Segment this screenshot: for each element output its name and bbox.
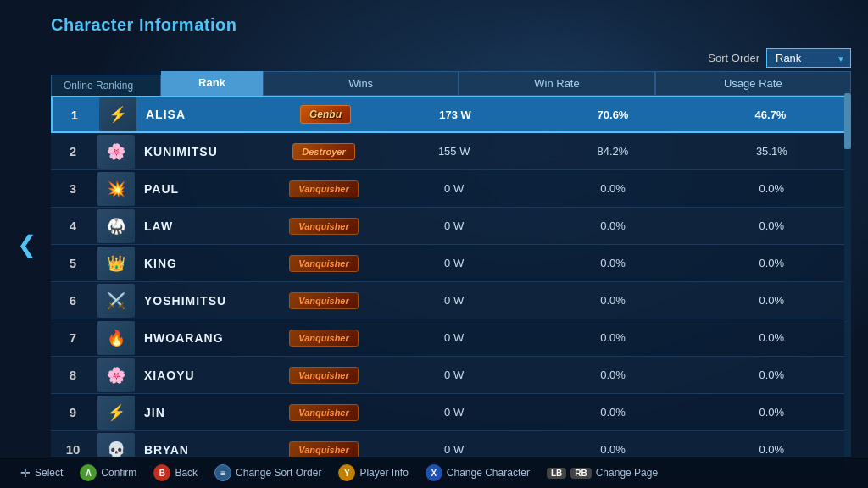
table-container: Online Ranking Rank Wins Win Rate Usage …: [51, 71, 851, 469]
win-rate-cell: 0.0%: [533, 369, 692, 381]
avatar-image: ⚡: [99, 97, 136, 131]
avatar-image: ⚔️: [97, 284, 135, 318]
rank-badge: Vanquisher: [289, 255, 359, 272]
y-button-icon: Y: [338, 464, 355, 481]
character-name: ALISA: [139, 108, 275, 121]
table-row[interactable]: 1 ⚡ ALISA Genbu 173 W 70.6% 46.7%: [51, 96, 851, 133]
rank-badge-cell: Destroyer: [273, 143, 375, 160]
win-rate-cell: 0.0%: [533, 406, 692, 419]
usage-rate-cell: 0.0%: [693, 182, 851, 195]
rank-badge-cell: Vanquisher: [273, 367, 375, 384]
table-row[interactable]: 5 👑 KING Vanquisher 0 W 0.0% 0.0%: [51, 245, 851, 282]
character-avatar: ⚔️: [95, 282, 137, 319]
wins-cell: 0 W: [375, 294, 533, 307]
character-name: KUNIMITSU: [137, 145, 273, 158]
character-name: LAW: [137, 219, 273, 233]
usage-rate-cell: 0.0%: [693, 369, 851, 381]
win-rate-cell: 0.0%: [533, 219, 692, 232]
table-row[interactable]: 4 🥋 LAW Vanquisher 0 W 0.0% 0.0%: [51, 208, 851, 245]
character-name: KING: [137, 257, 273, 270]
bottom-change-sort: ≡ Change Sort Order: [214, 464, 321, 481]
avatar-image: 🔥: [97, 321, 135, 355]
table-row[interactable]: 7 🔥 HWOARANG Vanquisher 0 W 0.0% 0.0%: [51, 319, 851, 357]
character-avatar: 💥: [95, 170, 137, 208]
table-row[interactable]: 2 🌸 KUNIMITSU Destroyer 155 W 84.2% 35.1…: [51, 133, 851, 170]
bottom-confirm: A Confirm: [80, 464, 136, 481]
win-rate-cell: 0.0%: [533, 294, 692, 307]
table-header: Online Ranking Rank Wins Win Rate Usage …: [51, 71, 851, 96]
row-number: 6: [51, 293, 95, 308]
wins-cell: 0 W: [375, 257, 533, 269]
wins-cell: 0 W: [375, 406, 533, 419]
character-avatar: 🔥: [95, 319, 137, 357]
wins-cell: 173 W: [376, 108, 534, 121]
change-sort-label: Change Sort Order: [236, 467, 321, 479]
lb-button-icon: LB: [547, 468, 566, 479]
a-button-icon: A: [80, 464, 97, 481]
wins-cell: 0 W: [375, 182, 533, 195]
row-number: 8: [51, 368, 95, 382]
usage-rate-cell: 0.0%: [693, 443, 851, 456]
character-name: JIN: [137, 406, 273, 419]
col-usagerate-header: Usage Rate: [655, 71, 851, 96]
confirm-label: Confirm: [101, 467, 136, 479]
x-button-icon: X: [426, 464, 442, 481]
rank-badge-cell: Vanquisher: [273, 441, 375, 458]
change-page-label: Change Page: [596, 467, 658, 479]
win-rate-cell: 84.2%: [533, 145, 692, 158]
bottom-bar: ✛ Select A Confirm B Back ≡ Change Sort …: [0, 457, 868, 488]
scroll-bar[interactable]: [844, 93, 851, 469]
rank-badge: Vanquisher: [289, 180, 359, 197]
sort-order-dropdown[interactable]: Rank: [766, 48, 851, 68]
row-number: 9: [51, 405, 95, 419]
usage-rate-cell: 46.7%: [692, 108, 849, 121]
rank-badge-cell: Genbu: [275, 105, 376, 124]
table-row[interactable]: 8 🌸 XIAOYU Vanquisher 0 W 0.0% 0.0%: [51, 357, 851, 394]
avatar-image: 🥋: [97, 209, 135, 243]
left-nav-arrow[interactable]: ❮: [17, 230, 36, 258]
bottom-player-info: Y Player Info: [338, 464, 408, 481]
rank-badge-cell: Vanquisher: [273, 404, 375, 421]
page-title: Character Information: [51, 15, 851, 35]
bottom-select: ✛ Select: [20, 466, 63, 480]
usage-rate-cell: 0.0%: [693, 257, 851, 269]
usage-rate-cell: 0.0%: [693, 219, 851, 232]
rank-badge: Vanquisher: [289, 218, 359, 235]
online-ranking-tab[interactable]: Online Ranking: [51, 75, 161, 96]
rank-badge: Vanquisher: [289, 441, 359, 458]
change-character-label: Change Character: [447, 467, 530, 479]
wins-cell: 0 W: [375, 331, 533, 344]
character-avatar: ⚡: [97, 96, 139, 133]
rank-badge-cell: Vanquisher: [273, 218, 375, 235]
col-wins-header: Wins: [263, 71, 459, 96]
menu-button-icon: ≡: [214, 464, 231, 481]
rank-badge: Vanquisher: [289, 330, 359, 347]
usage-rate-cell: 35.1%: [693, 145, 851, 158]
select-label: Select: [35, 467, 63, 479]
avatar-image: 💥: [97, 172, 135, 206]
rank-badge: Destroyer: [292, 143, 354, 160]
b-button-icon: B: [153, 464, 170, 481]
row-number: 4: [51, 219, 95, 233]
scroll-thumb: [844, 93, 851, 149]
bottom-change-character: X Change Character: [426, 464, 530, 481]
bottom-back: B Back: [153, 464, 198, 481]
win-rate-cell: 0.0%: [533, 331, 692, 344]
character-name: BRYAN: [137, 443, 273, 457]
character-name: PAUL: [137, 182, 273, 196]
rank-badge-cell: Vanquisher: [273, 292, 375, 309]
usage-rate-cell: 0.0%: [693, 294, 851, 307]
win-rate-cell: 0.0%: [533, 257, 692, 269]
table-row[interactable]: 6 ⚔️ YOSHIMITSU Vanquisher 0 W 0.0% 0.0%: [51, 282, 851, 319]
character-avatar: 🥋: [95, 208, 137, 245]
bottom-change-page: LB RB Change Page: [547, 467, 658, 479]
rank-badge-cell: Vanquisher: [273, 255, 375, 272]
table-row[interactable]: 9 ⚡ JIN Vanquisher 0 W 0.0% 0.0%: [51, 394, 851, 431]
row-number: 7: [51, 330, 95, 345]
sort-order-bar: Sort Order Rank: [51, 48, 851, 68]
row-number: 10: [51, 442, 95, 457]
character-avatar: 👑: [95, 245, 137, 282]
rank-badge: Vanquisher: [289, 367, 359, 384]
character-name: XIAOYU: [137, 369, 273, 382]
table-row[interactable]: 3 💥 PAUL Vanquisher 0 W 0.0% 0.0%: [51, 170, 851, 208]
